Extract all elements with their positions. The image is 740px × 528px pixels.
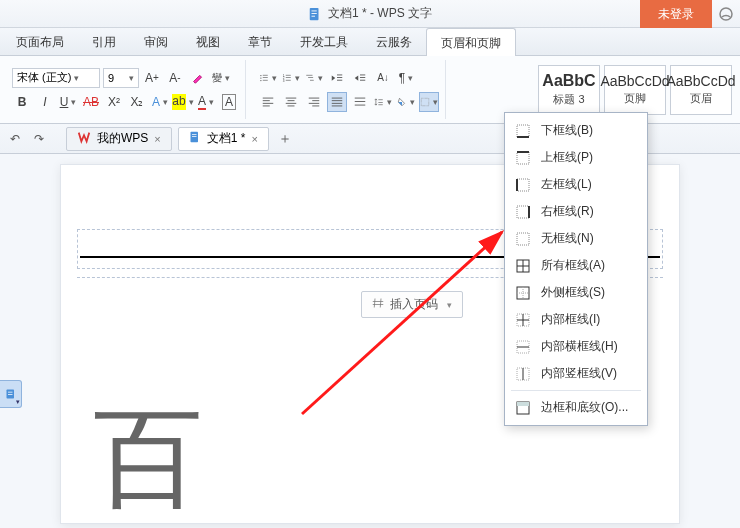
align-center-button[interactable] <box>281 92 301 112</box>
menu-separator <box>511 390 641 391</box>
svg-rect-59 <box>517 179 529 191</box>
decrease-indent-button[interactable] <box>327 68 347 88</box>
clear-format-button[interactable] <box>188 68 208 88</box>
svg-rect-26 <box>263 97 274 98</box>
side-panel-toggle[interactable]: ▾ <box>0 380 22 408</box>
font-color-button[interactable]: A▾ <box>196 92 216 112</box>
align-justify-button[interactable] <box>327 92 347 112</box>
menu-page-layout[interactable]: 页面布局 <box>2 28 78 56</box>
highlight-button[interactable]: ab▾ <box>173 92 193 112</box>
superscript-button[interactable]: X² <box>104 92 124 112</box>
svg-rect-32 <box>286 102 297 103</box>
increase-indent-button[interactable] <box>350 68 370 88</box>
border-none-item[interactable]: 无框线(N) <box>505 225 647 252</box>
svg-rect-20 <box>337 74 342 75</box>
menu-bar: 页面布局 引用 审阅 视图 章节 开发工具 云服务 页眉和页脚 <box>0 28 740 56</box>
style-label: 标题 3 <box>553 92 584 107</box>
border-bottom-item[interactable]: 下框线(B) <box>505 117 647 144</box>
border-inside-icon <box>515 312 531 328</box>
grow-font-button[interactable]: A+ <box>142 68 162 88</box>
menu-sections[interactable]: 章节 <box>234 28 286 56</box>
svg-rect-2 <box>311 13 316 14</box>
svg-rect-17 <box>306 74 312 75</box>
border-outside-item[interactable]: 外侧框线(S) <box>505 279 647 306</box>
svg-rect-28 <box>263 102 274 103</box>
font-size-combo[interactable]: 9▾ <box>103 68 139 88</box>
underline-button[interactable]: U▾ <box>58 92 78 112</box>
border-left-item[interactable]: 左框线(L) <box>505 171 647 198</box>
border-all-item[interactable]: 所有框线(A) <box>505 252 647 279</box>
bold-button[interactable]: B <box>12 92 32 112</box>
distribute-button[interactable] <box>350 92 370 112</box>
menu-view[interactable]: 视图 <box>182 28 234 56</box>
close-icon[interactable]: × <box>251 133 257 145</box>
subscript-button[interactable]: X₂ <box>127 92 147 112</box>
shrink-font-button[interactable]: A- <box>165 68 185 88</box>
menu-references[interactable]: 引用 <box>78 28 130 56</box>
border-top-item[interactable]: 上框线(P) <box>505 144 647 171</box>
document-icon <box>189 130 201 147</box>
border-item-label: 上框线(P) <box>541 149 593 166</box>
menu-cloud[interactable]: 云服务 <box>362 28 426 56</box>
border-top-icon <box>515 150 531 166</box>
border-all-icon <box>515 258 531 274</box>
redo-button[interactable]: ↷ <box>30 130 48 148</box>
menu-header-footer[interactable]: 页眉和页脚 <box>426 28 516 57</box>
svg-rect-78 <box>517 402 529 406</box>
doctab-document1[interactable]: 文档1 * × <box>178 127 269 151</box>
number-list-button[interactable]: 123▾ <box>281 68 301 88</box>
style-heading3[interactable]: AaBbC 标题 3 <box>538 65 600 115</box>
svg-rect-24 <box>360 77 365 78</box>
svg-rect-53 <box>8 392 13 393</box>
doctab-mywps[interactable]: 我的WPS × <box>66 127 172 151</box>
style-preview: AaBbCcDd <box>666 73 735 89</box>
doctab-label: 文档1 * <box>207 130 246 147</box>
sort-button[interactable]: A↓ <box>373 68 393 88</box>
border-inside-item[interactable]: 内部框线(I) <box>505 306 647 333</box>
svg-rect-6 <box>263 74 268 75</box>
strikethrough-button[interactable]: AB <box>81 92 101 112</box>
style-header[interactable]: AaBbCcDd 页眉 <box>670 65 732 115</box>
line-spacing-button[interactable]: ▾ <box>373 92 393 112</box>
multilevel-list-button[interactable]: ▾ <box>304 68 324 88</box>
bullet-list-button[interactable]: ▾ <box>258 68 278 88</box>
svg-rect-61 <box>517 206 529 218</box>
svg-rect-30 <box>286 97 297 98</box>
hash-icon <box>372 297 384 312</box>
insert-page-number-button[interactable]: 插入页码 ▾ <box>361 291 463 318</box>
doctab-label: 我的WPS <box>97 130 148 147</box>
svg-rect-51 <box>192 136 197 137</box>
style-label: 页脚 <box>624 91 646 106</box>
text-effects-button[interactable]: A▾ <box>150 92 170 112</box>
borders-button[interactable]: ▾ <box>419 92 439 112</box>
font-name-combo[interactable]: 宋体 (正文)▾ <box>12 68 100 88</box>
style-gallery: AaBbC 标题 3 AaBbCcDd 页脚 AaBbCcDd 页眉 <box>538 62 734 118</box>
svg-rect-50 <box>192 134 197 135</box>
align-left-button[interactable] <box>258 92 278 112</box>
char-border-button[interactable]: A <box>219 92 239 112</box>
border-left-icon <box>515 177 531 193</box>
profile-icon[interactable] <box>712 0 740 28</box>
menu-developer[interactable]: 开发工具 <box>286 28 362 56</box>
show-marks-button[interactable]: ¶▾ <box>396 68 416 88</box>
style-footer[interactable]: AaBbCcDd 页脚 <box>604 65 666 115</box>
border-item-label: 外侧框线(S) <box>541 284 605 301</box>
style-preview: AaBbC <box>542 72 595 90</box>
svg-rect-41 <box>332 105 343 106</box>
borders-and-shading-item[interactable]: 边框和底纹(O)... <box>505 394 647 421</box>
new-tab-button[interactable]: ＋ <box>275 129 295 149</box>
phonetic-button[interactable]: 變▾ <box>211 68 231 88</box>
style-label: 页眉 <box>690 91 712 106</box>
undo-button[interactable]: ↶ <box>6 130 24 148</box>
close-icon[interactable]: × <box>154 133 160 145</box>
border-item-label: 右框线(R) <box>541 203 594 220</box>
menu-review[interactable]: 审阅 <box>130 28 182 56</box>
svg-point-9 <box>260 79 261 80</box>
border-inside-v-item[interactable]: 内部竖框线(V) <box>505 360 647 387</box>
border-right-item[interactable]: 右框线(R) <box>505 198 647 225</box>
login-badge[interactable]: 未登录 <box>640 0 712 28</box>
align-right-button[interactable] <box>304 92 324 112</box>
border-inside-h-item[interactable]: 内部横框线(H) <box>505 333 647 360</box>
shading-button[interactable]: ▾ <box>396 92 416 112</box>
italic-button[interactable]: I <box>35 92 55 112</box>
